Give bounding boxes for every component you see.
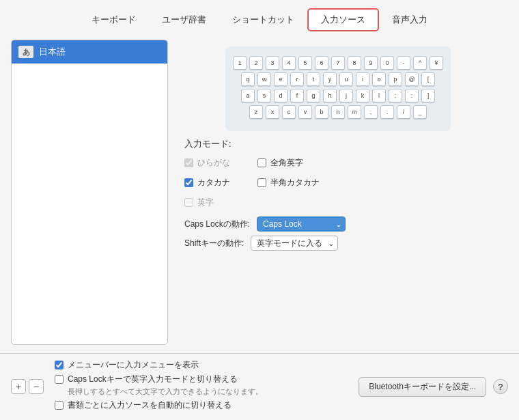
shift-key-row: Shiftキーの動作: 英字モードに入る 英数 ⌄ — [184, 236, 492, 251]
key-v: v — [298, 105, 312, 119]
japanese-icon: あ — [18, 46, 33, 58]
key-e: e — [274, 72, 287, 86]
tab-shortcuts[interactable]: ショートカット — [219, 9, 307, 31]
key-yen: ¥ — [430, 56, 443, 70]
hiragana-checkbox[interactable] — [184, 158, 193, 167]
key-c: c — [282, 105, 296, 119]
help-button[interactable]: ? — [493, 379, 508, 394]
hankaku-katakana-row: 半角カタカナ — [257, 177, 320, 188]
key-g: g — [307, 89, 320, 102]
key-t: t — [307, 72, 320, 86]
shift-key-dropdown-wrapper: 英字モードに入る 英数 ⌄ — [251, 236, 338, 251]
key-1: 1 — [233, 56, 247, 70]
hankaku-katakana-label: 半角カタカナ — [270, 177, 320, 188]
shift-key-select[interactable]: 英字モードに入る 英数 — [251, 236, 338, 251]
eiji-label: 英字 — [197, 197, 214, 208]
key-4: 4 — [282, 56, 296, 70]
key-2: 2 — [249, 56, 263, 70]
bottom-right: Bluetoothキーボードを設定... ? — [359, 377, 508, 397]
key-l: l — [372, 89, 386, 102]
key-colon: : — [405, 89, 419, 102]
sidebar-item-japanese[interactable]: あ 日本語 — [12, 40, 167, 64]
remove-source-button[interactable]: − — [29, 379, 44, 394]
input-mode-title: 入力モード: — [184, 138, 492, 150]
kbd-row-2: q w e r t y u i o p @ [ — [238, 72, 438, 86]
main-window: キーボード ユーザ辞書 ショートカット 入力ソース 音声入力 あ 日本語 1 2… — [0, 0, 519, 420]
key-s: s — [257, 89, 271, 102]
menubar-checkbox[interactable] — [55, 361, 64, 369]
key-n: n — [331, 105, 345, 119]
capslock-switch-check-row: Caps Lockキーで英字入力モードと切り替える — [55, 374, 348, 385]
tab-bar: キーボード ユーザ辞書 ショートカット 入力ソース 音声入力 — [0, 0, 519, 31]
key-underscore: _ — [413, 105, 427, 119]
katakana-checkbox[interactable] — [184, 178, 193, 187]
key-b: b — [315, 105, 328, 119]
key-j: j — [339, 89, 353, 102]
tab-user-dict[interactable]: ユーザ辞書 — [149, 9, 219, 31]
caps-lock-dropdown-wrapper: Caps Lock 英字モードに入る ⌄ — [257, 216, 346, 232]
bottom-bar: + − メニューバーに入力メニューを表示 Caps Lockキーで英字入力モード… — [0, 353, 519, 420]
tab-voice-input[interactable]: 音声入力 — [379, 9, 440, 31]
caps-lock-row: Caps Lockの動作: Caps Lock 英字モードに入る ⌄ — [184, 216, 492, 232]
hiragana-row: ひらがな — [184, 157, 230, 169]
capslock-switch-checkbox[interactable] — [55, 375, 64, 384]
key-a: a — [241, 89, 255, 102]
input-mode-section: 入力モード: ひらがな カタカナ 英字 — [182, 138, 494, 255]
add-source-button[interactable]: + — [11, 379, 26, 394]
tab-input-source[interactable]: 入力ソース — [307, 8, 379, 31]
auto-switch-label: 書類ごとに入力ソースを自動的に切り替える — [68, 400, 232, 411]
key-o: o — [372, 72, 386, 86]
key-r: r — [290, 72, 304, 86]
capslock-switch-label: Caps Lockキーで英字入力モードと切り替える — [68, 374, 238, 385]
key-3: 3 — [266, 56, 279, 70]
key-z: z — [249, 105, 263, 119]
key-7: 7 — [331, 56, 345, 70]
zenkaku-eiji-label: 全角英字 — [270, 157, 303, 169]
auto-switch-check-row: 書類ごとに入力ソースを自動的に切り替える — [55, 400, 348, 411]
keyboard-visual: 1 2 3 4 5 6 7 8 9 0 - ^ ¥ q w e — [225, 46, 451, 131]
zenkaku-eiji-checkbox[interactable] — [257, 158, 266, 167]
bluetooth-keyboard-button[interactable]: Bluetoothキーボードを設定... — [359, 377, 486, 397]
key-caret: ^ — [413, 56, 427, 70]
key-h: h — [323, 89, 337, 102]
key-8: 8 — [348, 56, 361, 70]
key-6: 6 — [315, 56, 328, 70]
sidebar-item-label: 日本語 — [39, 46, 66, 58]
zenkaku-eiji-row: 全角英字 — [257, 157, 320, 169]
key-w: w — [257, 72, 271, 86]
kbd-row-1: 1 2 3 4 5 6 7 8 9 0 - ^ ¥ — [238, 56, 438, 70]
shift-key-label: Shiftキーの動作: — [184, 238, 244, 249]
key-minus: - — [397, 56, 410, 70]
eiji-row: 英字 — [184, 197, 230, 208]
key-m: m — [348, 105, 361, 119]
content-area: あ 日本語 1 2 3 4 5 6 7 8 9 0 - — [0, 31, 519, 353]
key-x: x — [266, 105, 279, 119]
key-bracket-close: ] — [421, 89, 435, 102]
key-5: 5 — [298, 56, 312, 70]
key-q: q — [241, 72, 255, 86]
input-source-sidebar: あ 日本語 — [11, 40, 168, 345]
capslock-switch-sublabel: 長押しするとすべて大文字で入力できるようになります。 — [68, 387, 348, 397]
menubar-label: メニューバーに入力メニューを表示 — [68, 359, 199, 371]
kbd-row-3: a s d f g h j k l ; : ] — [238, 89, 438, 102]
key-comma: , — [364, 105, 378, 119]
key-d: d — [274, 89, 287, 102]
key-period: . — [380, 105, 394, 119]
key-semicolon: ; — [389, 89, 402, 102]
key-u: u — [339, 72, 353, 86]
caps-lock-label: Caps Lockの動作: — [184, 219, 250, 230]
kbd-row-4: z x c v b n m , . / _ — [238, 105, 438, 119]
bottom-checkboxes: メニューバーに入力メニューを表示 Caps Lockキーで英字入力モードと切り替… — [49, 359, 353, 415]
bottom-bar-left: + − — [11, 379, 44, 394]
auto-switch-checkbox[interactable] — [55, 401, 64, 410]
right-panel: 1 2 3 4 5 6 7 8 9 0 - ^ ¥ q w e — [168, 40, 508, 345]
caps-lock-select[interactable]: Caps Lock 英字モードに入る — [257, 216, 346, 232]
katakana-label: カタカナ — [197, 177, 230, 188]
tab-keyboard[interactable]: キーボード — [79, 9, 149, 31]
hiragana-label: ひらがな — [197, 157, 230, 169]
key-0: 0 — [380, 56, 394, 70]
eiji-checkbox[interactable] — [184, 198, 193, 207]
key-slash: / — [397, 105, 410, 119]
hankaku-katakana-checkbox[interactable] — [257, 178, 266, 187]
menubar-check-row: メニューバーに入力メニューを表示 — [55, 359, 348, 371]
